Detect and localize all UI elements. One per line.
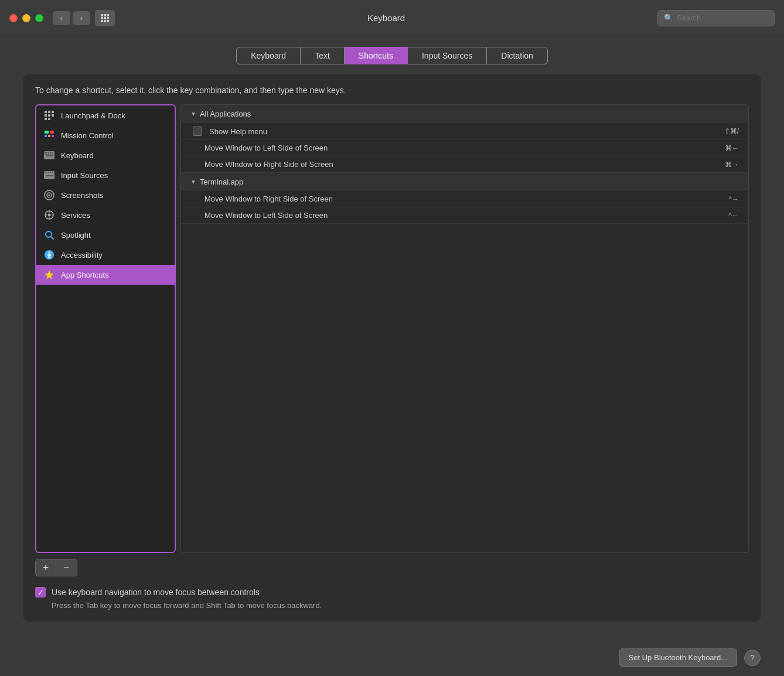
add-remove-buttons: + − (35, 559, 749, 576)
tab-dictation[interactable]: Dictation (487, 47, 547, 64)
search-bar[interactable]: 🔍 (657, 10, 775, 26)
shortcut-terminal-move-right[interactable]: Move Window to Right Side of Screen ^→ (181, 191, 748, 207)
instructions-text: To change a shortcut, select it, click t… (35, 86, 749, 95)
svg-rect-23 (45, 152, 46, 153)
launchpad-icon (43, 110, 55, 121)
search-icon: 🔍 (664, 13, 673, 22)
svg-rect-9 (45, 111, 47, 113)
sidebar-item-mission-control[interactable]: Mission Control (36, 125, 175, 145)
tab-text[interactable]: Text (301, 47, 345, 64)
sidebar-item-input-sources[interactable]: Input Sources (36, 165, 175, 185)
sidebar-item-spotlight[interactable]: Spotlight (36, 225, 175, 245)
forward-button[interactable]: › (73, 11, 90, 25)
shortcut-checkbox[interactable] (193, 127, 202, 136)
sidebar-item-label: Keyboard (61, 151, 94, 160)
tab-input-sources[interactable]: Input Sources (408, 47, 487, 64)
sidebar-item-services[interactable]: Services (36, 205, 175, 225)
bluetooth-keyboard-button[interactable]: Set Up Bluetooth Keyboard... (619, 648, 737, 667)
sidebar-item-label: App Shortcuts (61, 271, 109, 279)
remove-shortcut-button[interactable]: − (56, 559, 77, 576)
shortcut-name: Show Help menu (209, 127, 724, 136)
svg-rect-26 (50, 152, 51, 153)
shortcut-keys: ^→ (728, 195, 739, 203)
sidebar-item-app-shortcuts[interactable]: App Shortcuts (36, 265, 175, 285)
svg-rect-13 (48, 114, 50, 117)
svg-rect-7 (104, 20, 106, 22)
shortcut-keys: ⌘→ (725, 161, 739, 169)
minimize-button[interactable] (22, 14, 30, 22)
sidebar-item-keyboard[interactable]: Keyboard (36, 145, 175, 165)
sidebar-item-label: Input Sources (61, 171, 108, 180)
shortcut-keys: ⇧⌘/ (724, 127, 739, 135)
svg-rect-0 (101, 14, 103, 16)
bottom-section: ✓ Use keyboard navigation to move focus … (35, 587, 749, 610)
svg-rect-39 (52, 172, 53, 173)
titlebar: ‹ › Keyboard 🔍 (0, 0, 784, 36)
add-shortcut-button[interactable]: + (35, 559, 56, 576)
close-button[interactable] (9, 14, 18, 22)
sidebar-item-screenshots[interactable]: Screenshots (36, 185, 175, 205)
keyboard-icon (43, 149, 55, 161)
grid-icon (100, 13, 110, 23)
maximize-button[interactable] (35, 14, 43, 22)
sidebar-item-accessibility[interactable]: Accessibility (36, 245, 175, 265)
footer: Set Up Bluetooth Keyboard... ? (0, 639, 784, 676)
sidebar-item-launchpad[interactable]: Launchpad & Dock (36, 105, 175, 125)
back-button[interactable]: ‹ (53, 11, 70, 25)
svg-rect-16 (48, 118, 50, 120)
main-content: Keyboard Text Shortcuts Input Sources Di… (0, 36, 784, 639)
tab-keyboard[interactable]: Keyboard (236, 47, 301, 64)
keyboard-nav-checkbox[interactable]: ✓ (35, 587, 46, 598)
svg-rect-27 (52, 152, 53, 153)
svg-rect-37 (48, 172, 49, 173)
shortcut-move-right[interactable]: Move WIndow to Right Side of Screen ⌘→ (181, 156, 748, 173)
collapse-icon: ▼ (190, 179, 196, 185)
input-sources-icon (43, 169, 55, 181)
spotlight-icon (43, 229, 55, 241)
svg-point-49 (49, 252, 50, 254)
search-input[interactable] (677, 13, 768, 22)
collapse-icon: ▼ (190, 111, 196, 117)
svg-rect-18 (50, 131, 54, 134)
svg-rect-5 (107, 17, 109, 19)
group-all-applications[interactable]: ▼ All Applications (181, 105, 748, 123)
svg-marker-54 (45, 270, 54, 279)
svg-rect-14 (52, 114, 54, 117)
shortcut-terminal-move-left[interactable]: Move Window to Left Side of Screen ^← (181, 207, 748, 224)
group-terminal[interactable]: ▼ Terminal.app (181, 173, 748, 191)
traffic-lights (9, 14, 43, 22)
shortcuts-pane: ▼ All Applications Show Help menu ⇧⌘/ Mo… (180, 104, 749, 553)
tabs-container: Keyboard Text Shortcuts Input Sources Di… (23, 36, 761, 74)
svg-rect-32 (52, 153, 53, 155)
shortcut-name: Move WIndow to Right Side of Screen (204, 160, 725, 169)
svg-rect-36 (46, 172, 47, 173)
content-panel: To change a shortcut, select it, click t… (23, 74, 761, 622)
svg-rect-20 (48, 135, 50, 137)
shortcut-show-help[interactable]: Show Help menu ⇧⌘/ (181, 123, 748, 140)
tab-shortcuts[interactable]: Shortcuts (345, 47, 408, 64)
svg-rect-31 (50, 153, 51, 155)
svg-rect-3 (101, 17, 103, 19)
sidebar-item-label: Launchpad & Dock (61, 111, 125, 120)
svg-rect-1 (104, 14, 106, 16)
keyboard-nav-row: ✓ Use keyboard navigation to move focus … (35, 587, 749, 598)
keyboard-nav-label: Use keyboard navigation to move focus be… (52, 588, 260, 597)
svg-rect-30 (48, 153, 49, 155)
svg-rect-2 (107, 14, 109, 16)
grid-button[interactable] (95, 10, 115, 26)
svg-rect-29 (46, 153, 47, 155)
sidebar: Launchpad & Dock Mission Control Keyboar… (35, 104, 176, 553)
svg-rect-12 (45, 114, 47, 117)
sidebar-item-label: Screenshots (61, 191, 103, 200)
svg-rect-24 (46, 152, 47, 153)
sidebar-item-label: Services (61, 211, 90, 220)
sidebar-item-label: Spotlight (61, 231, 91, 240)
mission-control-icon (43, 129, 55, 141)
shortcut-move-left[interactable]: Move Window to Left Side of Screen ⌘← (181, 140, 748, 156)
svg-rect-19 (45, 135, 47, 137)
help-button[interactable]: ? (744, 650, 761, 666)
svg-rect-28 (45, 153, 46, 155)
svg-rect-11 (52, 111, 54, 113)
svg-point-45 (48, 214, 51, 217)
svg-rect-40 (46, 175, 53, 176)
